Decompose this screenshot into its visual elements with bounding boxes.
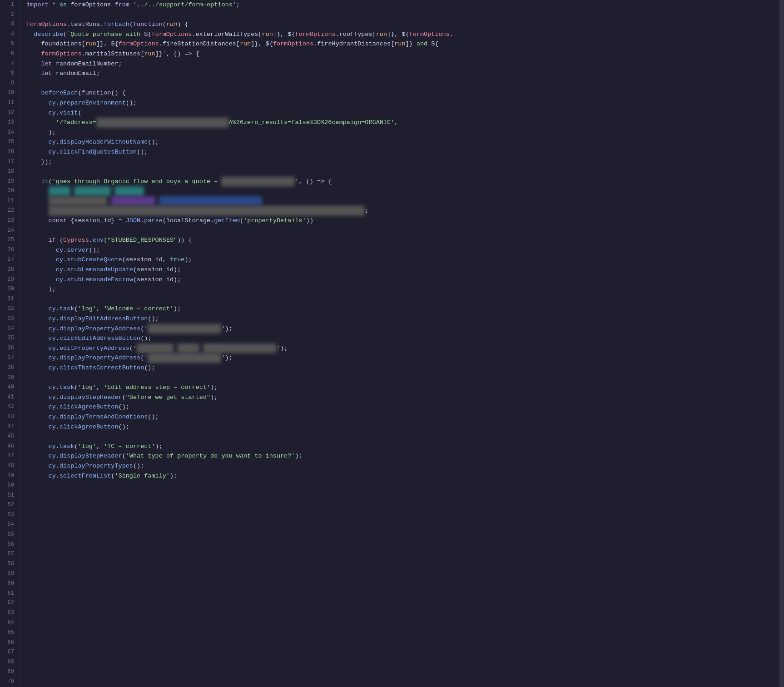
ln-66: 66 [0, 638, 14, 648]
ln-13: 13 [0, 118, 14, 128]
ln-4: 4 [0, 30, 14, 40]
code-line-67 [26, 647, 779, 657]
code-line-45 [26, 432, 779, 442]
ln-16: 16 [0, 147, 14, 157]
code-line-10: beforeEach(function() { [26, 88, 779, 98]
ln-29: 29 [0, 275, 14, 285]
ln-69: 69 [0, 667, 14, 677]
ln-70: 70 [0, 677, 14, 687]
code-line-63 [26, 608, 779, 618]
ln-28: 28 [0, 265, 14, 275]
code-line-23: const {session_id} = JSON.parse(localSto… [26, 216, 779, 226]
ln-36: 36 [0, 344, 14, 353]
ln-34: 34 [0, 324, 14, 334]
ln-27: 27 [0, 255, 14, 265]
code-line-66 [26, 638, 779, 648]
code-line-43: cy.displayTermsAndCondtions(); [26, 412, 779, 422]
code-line-51 [26, 491, 779, 501]
ln-56: 56 [0, 540, 14, 550]
code-line-36: cy.editPropertyAddress('██████████ █████… [26, 344, 779, 353]
code-content[interactable]: import * as formOptions from '../../supp… [19, 0, 779, 687]
code-line-22: ████████████████████████████████████████… [26, 206, 779, 216]
code-line-31 [26, 294, 779, 304]
code-line-65 [26, 628, 779, 638]
ln-35: 35 [0, 334, 14, 344]
ln-47: 47 [0, 451, 14, 461]
ln-5: 5 [0, 39, 14, 49]
code-line-34: cy.displayPropertyAddress('█████████████… [26, 324, 779, 334]
ln-23: 23 [0, 216, 14, 226]
ln-44: 44 [0, 422, 14, 432]
code-line-4: describe(`Quote purchase with ${formOpti… [26, 30, 779, 40]
code-line-21: ████████████████ ████████████ ██████████… [26, 196, 779, 206]
ln-7: 7 [0, 59, 14, 69]
code-line-26: cy.server(); [26, 245, 779, 255]
ln-19: 19 [0, 177, 14, 187]
code-line-16: cy.clickFindQuotesButton(); [26, 147, 779, 157]
code-line-70 [26, 677, 779, 687]
ln-48: 48 [0, 461, 14, 471]
code-line-15: cy.displayHeaderWithoutName(); [26, 137, 779, 147]
code-line-1: import * as formOptions from '../../supp… [26, 0, 779, 10]
ln-55: 55 [0, 530, 14, 540]
code-line-11: cy.prepareEnvironment(); [26, 98, 779, 108]
code-line-35: cy.clickEditAddressButton(); [26, 334, 779, 344]
ln-22: 22 [0, 206, 14, 216]
ln-62: 62 [0, 598, 14, 608]
ln-67: 67 [0, 647, 14, 657]
ln-8: 8 [0, 69, 14, 79]
ln-51: 51 [0, 491, 14, 501]
ln-38: 38 [0, 363, 14, 373]
ln-6: 6 [0, 49, 14, 59]
ln-53: 53 [0, 510, 14, 520]
code-line-55 [26, 530, 779, 540]
code-line-54 [26, 520, 779, 530]
ln-3: 3 [0, 20, 14, 30]
ln-17: 17 [0, 157, 14, 167]
ln-58: 58 [0, 559, 14, 569]
code-line-2 [26, 10, 779, 20]
ln-11: 11 [0, 98, 14, 108]
code-line-9 [26, 79, 779, 89]
ln-9: 9 [0, 79, 14, 89]
code-line-20: ██████ ██████████ ████████ [26, 186, 779, 196]
ln-15: 15 [0, 137, 14, 147]
editor-container: 1 2 3 4 5 6 7 8 9 10 11 12 13 14 15 16 1… [0, 0, 784, 687]
ln-21: 21 [0, 196, 14, 206]
code-line-41: cy.displayStepHeader("Before we get star… [26, 393, 779, 403]
code-line-53 [26, 510, 779, 520]
code-line-14: ); [26, 128, 779, 138]
code-line-68 [26, 657, 779, 667]
ln-12: 12 [0, 108, 14, 118]
ln-45: 45 [0, 432, 14, 442]
code-line-49: cy.selectFromList('Single family'); [26, 471, 779, 481]
code-line-44: cy.clickAgreeButton(); [26, 422, 779, 432]
ln-25: 25 [0, 235, 14, 245]
code-line-13: '/?address=█████████████████████████████… [26, 118, 779, 128]
ln-26: 26 [0, 245, 14, 255]
ln-10: 10 [0, 88, 14, 98]
code-line-47: cy.displayStepHeader('What type of prope… [26, 451, 779, 461]
code-line-12: cy.visit( [26, 108, 779, 118]
code-line-52 [26, 500, 779, 510]
ln-54: 54 [0, 520, 14, 530]
ln-46: 46 [0, 442, 14, 452]
ln-39: 39 [0, 373, 14, 383]
ln-60: 60 [0, 579, 14, 589]
code-line-69 [26, 667, 779, 677]
ln-37: 37 [0, 353, 14, 363]
code-line-62 [26, 598, 779, 608]
code-line-3: formOptions.testRuns.forEach(function(ru… [26, 20, 779, 30]
ln-43: 43 [0, 412, 14, 422]
code-line-25: if (Cypress.env("STUBBED_RESPONSES")) { [26, 235, 779, 245]
ln-50: 50 [0, 481, 14, 491]
code-line-50 [26, 481, 779, 491]
ln-1: 1 [0, 0, 14, 10]
ln-40: 40 [0, 383, 14, 393]
code-line-56 [26, 540, 779, 550]
scrollbar[interactable] [779, 0, 784, 687]
line-numbers: 1 2 3 4 5 6 7 8 9 10 11 12 13 14 15 16 1… [0, 0, 19, 687]
ln-63: 63 [0, 608, 14, 618]
ln-49: 49 [0, 471, 14, 481]
code-line-24 [26, 226, 779, 236]
